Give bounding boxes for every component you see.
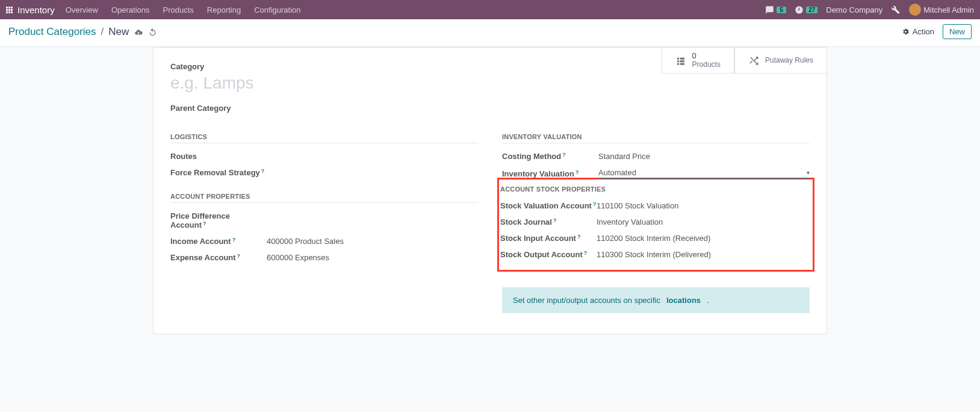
costing-label: Costing Method xyxy=(502,152,561,161)
nav-reporting[interactable]: Reporting xyxy=(205,5,243,14)
new-button[interactable]: New xyxy=(943,24,972,39)
form-sheet: 0 Products Putaway Rules Category Parent… xyxy=(153,47,827,334)
output-acct-label: Stock Output Account xyxy=(500,250,583,259)
costing-value[interactable]: Standard Price xyxy=(598,152,810,161)
routes-label: Routes xyxy=(170,152,267,161)
avatar xyxy=(909,4,921,16)
user-name: Mitchell Admin xyxy=(923,5,974,14)
expense-value[interactable]: 600000 Expenses xyxy=(267,253,478,262)
invval-value: Automated xyxy=(598,168,636,177)
section-stock-props: Account Stock Properties xyxy=(500,186,811,195)
messages-button[interactable]: 5 xyxy=(765,5,786,14)
valuation-acct-label: Stock Valuation Account xyxy=(500,201,592,210)
category-input[interactable] xyxy=(170,72,810,98)
stat-putaway-button[interactable]: Putaway Rules xyxy=(734,47,827,73)
journal-label: Stock Journal xyxy=(500,217,552,226)
highlight-box: Account Stock Properties Stock Valuation… xyxy=(497,178,814,272)
invval-label: Inventory Valuation xyxy=(502,169,574,178)
gear-icon xyxy=(902,28,910,36)
app-title: Inventory xyxy=(17,5,55,15)
top-navbar: Inventory Overview Operations Products R… xyxy=(0,0,980,19)
help-icon[interactable]: ? xyxy=(203,220,206,226)
input-acct-label: Stock Input Account xyxy=(500,234,576,243)
help-icon[interactable]: ? xyxy=(593,201,597,207)
section-account-props: Account Properties xyxy=(170,193,478,203)
activities-button[interactable]: 27 xyxy=(795,5,817,14)
save-cloud-button[interactable] xyxy=(134,27,143,36)
help-icon[interactable]: ? xyxy=(575,169,579,175)
removal-label: Force Removal Strategy xyxy=(170,168,260,177)
help-icon[interactable]: ? xyxy=(232,237,236,243)
breadcrumb-sep: / xyxy=(101,26,104,38)
tools-button[interactable] xyxy=(891,5,901,14)
control-bar: Product Categories / New Action New xyxy=(0,19,980,47)
nav-overview[interactable]: Overview xyxy=(63,5,101,14)
invval-select[interactable]: Automated▾ xyxy=(598,168,810,179)
help-icon[interactable]: ? xyxy=(584,250,588,256)
nav-products[interactable]: Products xyxy=(160,5,196,14)
section-inventory-valuation: Inventory Valuation xyxy=(502,133,810,143)
app-brand[interactable]: Inventory xyxy=(6,5,55,15)
help-icon[interactable]: ? xyxy=(577,234,581,240)
breadcrumb-current: New xyxy=(108,26,129,38)
stat-products-count: 0 xyxy=(692,52,721,60)
cloud-icon xyxy=(134,28,143,37)
expense-label: Expense Account xyxy=(170,253,236,262)
help-icon[interactable]: ? xyxy=(261,168,265,174)
nav-operations[interactable]: Operations xyxy=(109,5,152,14)
breadcrumb: Product Categories / New xyxy=(8,26,157,38)
price-diff-label: Price Difference Account xyxy=(170,211,230,229)
locations-link[interactable]: locations xyxy=(666,296,701,305)
income-value[interactable]: 400000 Product Sales xyxy=(267,237,478,246)
action-dropdown[interactable]: Action xyxy=(902,27,934,36)
breadcrumb-root[interactable]: Product Categories xyxy=(8,26,96,38)
journal-value[interactable]: Inventory Valuation xyxy=(597,217,811,226)
income-label: Income Account xyxy=(170,237,231,246)
user-menu[interactable]: Mitchell Admin xyxy=(909,4,974,16)
info-banner: Set other input/output accounts on speci… xyxy=(502,287,810,313)
output-acct-value[interactable]: 110300 Stock Interim (Delivered) xyxy=(597,250,811,259)
stat-products-button[interactable]: 0 Products xyxy=(662,47,734,73)
undo-icon xyxy=(148,28,157,37)
clock-icon xyxy=(795,5,804,14)
input-acct-value[interactable]: 110200 Stock Interim (Received) xyxy=(597,234,811,243)
action-label: Action xyxy=(913,27,934,36)
stat-products-label: Products xyxy=(692,61,721,69)
nav-configuration[interactable]: Configuration xyxy=(252,5,303,14)
chat-icon xyxy=(765,5,774,14)
activities-badge: 27 xyxy=(806,7,817,13)
valuation-acct-value[interactable]: 110100 Stock Valuation xyxy=(597,201,811,210)
messages-badge: 5 xyxy=(777,7,786,13)
apps-icon xyxy=(6,7,13,13)
parent-category-label: Parent Category xyxy=(170,104,810,113)
shuffle-icon xyxy=(748,54,759,67)
info-text: Set other input/output accounts on speci… xyxy=(513,296,660,305)
info-dot: . xyxy=(707,296,709,305)
company-switcher[interactable]: Demo Company xyxy=(826,5,882,14)
help-icon[interactable]: ? xyxy=(237,253,241,259)
list-icon xyxy=(675,54,686,67)
section-logistics: Logistics xyxy=(170,133,478,143)
discard-button[interactable] xyxy=(148,27,157,37)
caret-down-icon: ▾ xyxy=(807,169,810,176)
help-icon[interactable]: ? xyxy=(562,152,566,158)
help-icon[interactable]: ? xyxy=(553,217,557,223)
wrench-icon xyxy=(891,5,901,14)
stat-putaway-label: Putaway Rules xyxy=(765,56,813,64)
